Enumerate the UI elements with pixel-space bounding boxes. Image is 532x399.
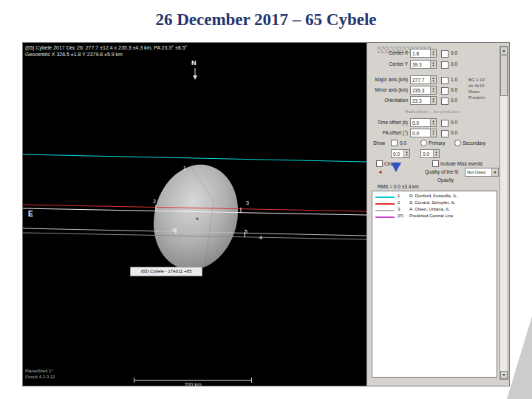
- prediction-section-label: Radius(km) ... for prediction: [373, 109, 491, 114]
- chord-4-label-right: 4: [259, 235, 262, 240]
- chord-4-label: 4: [172, 228, 175, 233]
- target-designation-box: (65) Cybele - 17A011 +65: [130, 267, 202, 276]
- chord-2-label: 2: [153, 199, 156, 204]
- list-item[interactable]: 1 R. Dunford, Kussville, IL: [372, 194, 497, 200]
- chord-color-swatch: [375, 216, 395, 218]
- scroll-up-icon[interactable]: ▲: [500, 47, 508, 55]
- spinner-arrows-icon[interactable]: ▲▼: [430, 76, 436, 83]
- minor-axis-spinner[interactable]: 235.3 ▲▼: [410, 86, 437, 95]
- include-miss-checkbox[interactable]: [432, 160, 439, 167]
- center-y-value: 39.3: [412, 62, 422, 67]
- center-y-spinner[interactable]: 39.3 ▲▼: [410, 60, 437, 69]
- time-offset-label: Time offset (s): [367, 120, 408, 125]
- offset-row-time: Time offset (s) 0.0 ▲▼ 0.0: [367, 118, 499, 128]
- east-label: E: [28, 210, 33, 218]
- pa-offset-value: 0.0: [412, 131, 419, 136]
- circular-checkbox[interactable]: [376, 160, 383, 167]
- hold-checkbox[interactable]: [441, 77, 449, 84]
- occultation-app-window: (65) Cybele 2017 Dec 26: 277.7 ±12.4 x 2…: [22, 42, 510, 386]
- orientation-spinner[interactable]: 23.3 ▲▼: [410, 96, 437, 105]
- major-axis-value: 277.7: [412, 78, 424, 83]
- show-spinner-1[interactable]: 0.0 ▲▼: [391, 149, 410, 158]
- side-note-line: Mean:: [468, 89, 485, 95]
- rms-result-text: RMS = 0.0 ±3.4 km: [378, 184, 419, 189]
- chord-1-line: [23, 154, 366, 162]
- show-row: Show 0.0 Primary Secondary: [367, 139, 499, 149]
- center-x-step: 0.0: [451, 50, 457, 55]
- center-y-label: Center Y: [367, 61, 408, 66]
- scrollbar-thumb[interactable]: [500, 55, 508, 96]
- observer-name: R. Dunford, Kussville, IL: [409, 194, 457, 198]
- orientation-label: Orientation: [367, 98, 408, 103]
- slide-corner-decoration: [507, 316, 532, 399]
- show-spinner-1-value: 0.0: [393, 151, 400, 157]
- blue-down-arrow-annotation: [391, 163, 401, 172]
- observer-number: 1: [398, 194, 400, 198]
- plot-footer-line1: PlanetShell 1°: [25, 369, 53, 373]
- spinner-arrows-icon[interactable]: ▲▼: [403, 150, 409, 157]
- red-back-arrow-icon[interactable]: ◄: [378, 169, 383, 174]
- spinner-arrows-icon[interactable]: ▲▼: [430, 86, 436, 94]
- chord-plot: (65) Cybele 2017 Dec 26: 277.7 ±12.4 x 2…: [23, 43, 366, 386]
- spinner-arrows-icon[interactable]: ▲▼: [430, 97, 436, 104]
- center-x-value: 1.8: [412, 51, 419, 56]
- hold-checkbox[interactable]: [441, 130, 449, 137]
- primary-radio[interactable]: [420, 140, 427, 146]
- observer-listbox[interactable]: 1 R. Dunford, Kussville, IL 2 S. Conard,…: [372, 191, 497, 378]
- minor-axis-label: Minor axis (km): [367, 87, 408, 92]
- hold-checkbox[interactable]: [441, 61, 449, 69]
- hold-checkbox[interactable]: [441, 98, 449, 105]
- spinner-arrows-icon[interactable]: ▲▼: [433, 150, 439, 157]
- observer-number: (P): [398, 214, 403, 218]
- secondary-label: Secondary: [463, 140, 485, 146]
- plot-footer-line2: Occult 4.2.0.12: [25, 375, 55, 379]
- scale-bar-label: 200 km: [134, 382, 252, 386]
- plot-header-line2: Geocentric X 326.5 ±1.8 Y 2379.8 ±5.9 km: [25, 52, 123, 57]
- time-offset-value: 0.0: [412, 120, 419, 126]
- show-value-1: 0.0: [400, 140, 406, 146]
- chord-1-label: 1: [183, 166, 186, 171]
- chord-3-label: 3: [246, 200, 249, 205]
- spinner-arrows-icon[interactable]: ▲▼: [430, 50, 436, 57]
- major-axis-spinner[interactable]: 277.7 ▲▼: [410, 75, 437, 84]
- quality-dropdown-value: Not Used: [467, 170, 485, 174]
- show-label: Show: [373, 140, 385, 146]
- orientation-value: 23.3: [412, 98, 422, 103]
- spinner-arrows-icon[interactable]: ▲▼: [430, 119, 436, 126]
- chord-color-swatch: [375, 203, 395, 205]
- show-checkbox[interactable]: [391, 140, 398, 146]
- hold-checkbox[interactable]: [441, 87, 449, 95]
- center-x-spinner[interactable]: 1.8 ▲▼: [410, 49, 437, 58]
- pa-offset-step: 0.0: [451, 130, 457, 135]
- chord-5-label: 5: [245, 229, 248, 234]
- slide-title: 26 December 2017 – 65 Cybele: [0, 10, 532, 30]
- hold-checkbox[interactable]: [441, 120, 449, 127]
- observer-name: Predicted Central Line: [409, 214, 453, 218]
- list-item[interactable]: 2 S. Conard, Schuyler, IL: [372, 200, 497, 207]
- observer-number: 3: [398, 207, 400, 211]
- side-note-line: Predict'n: [468, 95, 485, 100]
- ellipse-fit-panel: Center X 1.8 ▲▼ 0.0 Center Y 39.3 ▲▼ 0.0…: [366, 43, 509, 386]
- major-axis-label: Major axis (km): [367, 77, 408, 82]
- orientation-step: 0.0: [451, 98, 457, 103]
- hold-checkbox[interactable]: [441, 50, 449, 58]
- chord-color-swatch: [375, 210, 395, 211]
- dropdown-arrow-icon[interactable]: ▼: [491, 168, 498, 176]
- list-item[interactable]: 3 A. Olsen, Urbana, IL: [372, 207, 497, 214]
- asteroid-center-marker: [197, 218, 199, 220]
- observer-name: S. Conard, Schuyler, IL: [409, 200, 455, 205]
- opacity-label: Opacity: [437, 177, 454, 183]
- fit-side-note: BG 1:10 sh 4±10 Mean: Predict'n: [468, 77, 485, 100]
- scale-bar: [134, 380, 252, 381]
- show-values-row: 0.0 ▲▼ 0.0 ▲▼: [367, 149, 499, 159]
- spinner-arrows-icon[interactable]: ▲▼: [430, 61, 436, 68]
- show-spinner-2-value: 0.0: [423, 151, 429, 157]
- quality-dropdown[interactable]: Not Used ▼: [465, 168, 499, 177]
- secondary-radio[interactable]: [454, 140, 461, 146]
- spinner-arrows-icon[interactable]: ▲▼: [430, 129, 436, 137]
- show-spinner-2[interactable]: 0.0 ▲▼: [420, 149, 440, 158]
- pa-offset-spinner[interactable]: 0.0 ▲▼: [410, 129, 437, 137]
- list-item[interactable]: (P) Predicted Central Line: [372, 214, 497, 220]
- north-arrow-head: [193, 75, 197, 80]
- time-offset-spinner[interactable]: 0.0 ▲▼: [410, 118, 437, 127]
